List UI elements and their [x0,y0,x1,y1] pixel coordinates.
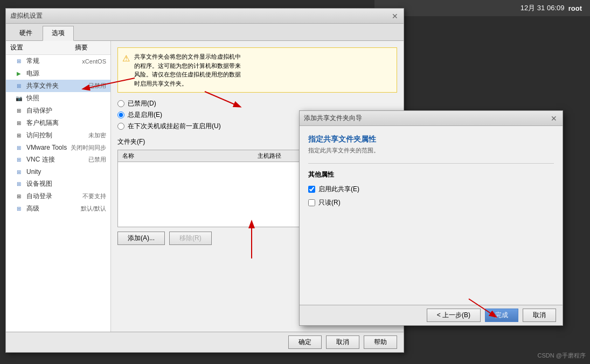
terminal-top-bar: 12月 31 06:09 root [374,0,590,16]
dialog-close-button[interactable]: ✕ [391,12,399,20]
wizard-checkbox-readonly: 只读(R) [308,198,554,207]
remove-folder-button[interactable]: 移除(R) [169,232,212,245]
radio-next-power-label: 在下次关机或挂起前一直启用(U) [128,122,221,131]
wizard-dialog: 添加共享文件夹向导 ✕ 指定共享文件夹属性 指定此共享文件夹的范围。 其他属性 … [299,110,563,326]
sidebar-item-access-control-value: 未加密 [88,131,106,139]
sidebar-item-deviceview-label: 设备视图 [26,179,52,188]
sidebar-item-vnc-label: VNC 连接 [26,155,55,164]
sidebar-item-vnc-value: 已禁用 [88,156,106,164]
wizard-divider [308,163,554,164]
sidebar-item-unity[interactable]: ⊞ Unity [6,166,110,178]
sidebar-item-unity-label: Unity [26,168,41,176]
wizard-checkbox-enable: 启用此共享(E) [308,185,554,194]
snapshot-icon: 📷 [15,94,23,103]
sidebar-item-general-value: xCentOS [82,58,106,65]
sidebar-item-vnc[interactable]: ⊞ VNC 连接 已禁用 [6,153,110,166]
checkbox-enable-input[interactable] [308,186,315,193]
sidebar-header: 设置 摘要 [6,41,110,55]
sharing-warning: ⚠ 共享文件夹会将您的文件显示给虚拟机中的程序。这可能为您的计算机和数据带来风险… [117,47,397,93]
terminal-user: root [568,4,582,12]
sidebar-item-autoprotect-label: 自动保护 [26,106,52,115]
sidebar-item-advanced[interactable]: ⊞ 高级 默认/默认 [6,202,110,215]
wizard-close-button[interactable]: ✕ [550,114,558,123]
radio-disabled-input[interactable] [117,100,124,107]
sidebar-item-vmwaretools-label: VMware Tools [26,144,67,151]
advanced-icon: ⊞ [15,205,23,213]
sidebar-item-vmwaretools-value: 关闭时间同步 [71,144,106,152]
wizard-title: 添加共享文件夹向导 [304,114,550,123]
wizard-finish-button[interactable]: 完成 [485,309,518,322]
autologin-icon: ⊞ [15,192,23,201]
add-folder-button[interactable]: 添加(A)... [117,232,165,245]
deviceview-icon: ⊞ [15,180,23,188]
sidebar-item-general-label: 常规 [26,57,39,66]
checkbox-enable-label: 启用此共享(E) [318,185,359,194]
sidebar-item-shared-folder[interactable]: ⊞ 共享文件夹 已禁用 [6,80,110,92]
wizard-titlebar: 添加共享文件夹向导 ✕ [300,111,563,126]
sidebar-item-autologin-value: 不要支持 [82,192,106,200]
sidebar-item-shared-folder-label: 共享文件夹 [26,81,59,90]
sidebar-item-general[interactable]: ⊞ 常规 xCentOS [6,55,110,67]
wizard-section-subtitle: 指定此共享文件夹的范围。 [308,146,554,155]
sidebar-item-advanced-value: 默认/默认 [81,205,106,213]
dialog-title: 虚拟机设置 [10,11,391,20]
sidebar-item-client-isolation[interactable]: ⊞ 客户机隔离 [6,117,110,129]
wizard-prev-button[interactable]: < 上一步(B) [427,309,481,322]
power-icon: ▶ [15,69,23,78]
sidebar-col-summary: 摘要 [75,43,106,52]
sidebar-item-advanced-label: 高级 [26,204,39,213]
help-button[interactable]: 帮助 [364,335,397,349]
dialog-tabs: 硬件 选项 [6,24,404,41]
tab-options[interactable]: 选项 [43,26,74,41]
warning-text: 共享文件夹会将您的文件显示给虚拟机中的程序。这可能为您的计算机和数据带来风险。请… [134,52,241,88]
radio-always-input[interactable] [117,111,124,118]
autoprotect-icon: ⊞ [15,107,23,115]
unity-icon: ⊞ [15,167,23,176]
cancel-button[interactable]: 取消 [326,335,359,349]
wizard-body: 指定共享文件夹属性 指定此共享文件夹的范围。 其他属性 启用此共享(E) 只读(… [300,126,563,220]
radio-always-label: 总是启用(E) [128,110,162,120]
sidebar-item-vmwaretools[interactable]: ⊞ VMware Tools 关闭时间同步 [6,142,110,153]
dialog-titlebar: 虚拟机设置 ✕ [6,9,404,24]
general-icon: ⊞ [15,57,23,66]
access-control-icon: ⊞ [15,131,23,140]
wizard-cancel-button[interactable]: 取消 [523,309,556,322]
sidebar-item-autologin[interactable]: ⊞ 自动登录 不要支持 [6,190,110,202]
wizard-footer: < 上一步(B) 完成 取消 [300,305,563,325]
sidebar-item-shared-folder-value: 已禁用 [88,82,106,90]
client-isolation-icon: ⊞ [15,119,23,128]
radio-disabled-label: 已禁用(D) [128,99,156,108]
tab-hardware[interactable]: 硬件 [10,26,41,40]
sidebar-item-deviceview[interactable]: ⊞ 设备视图 [6,178,110,190]
shared-folder-icon: ⊞ [15,82,23,90]
sidebar-item-client-isolation-label: 客户机隔离 [26,118,59,128]
dialog-footer: 确定 取消 帮助 [6,332,404,352]
sidebar-item-snapshot-label: 快照 [26,94,39,103]
sidebar-item-autoprotect[interactable]: ⊞ 自动保护 [6,104,110,117]
sidebar-item-autologin-label: 自动登录 [26,192,52,201]
sidebar-item-snapshot[interactable]: 📷 快照 [6,92,110,104]
ok-button[interactable]: 确定 [288,335,322,349]
vnc-icon: ⊞ [15,156,23,164]
checkbox-readonly-input[interactable] [308,199,315,206]
checkbox-readonly-label: 只读(R) [318,198,341,207]
radio-disabled: 已禁用(D) [117,99,397,108]
sidebar-item-power-label: 电源 [26,69,39,78]
radio-next-power-input[interactable] [117,123,124,130]
watermark: CSDN @手磨程序 [538,352,586,360]
sidebar-col-setting: 设置 [10,43,75,52]
wizard-other-props-label: 其他属性 [308,170,554,179]
terminal-datetime: 12月 31 06:09 [520,3,565,13]
sidebar-item-access-control[interactable]: ⊞ 访问控制 未加密 [6,129,110,142]
sidebar-item-power[interactable]: ▶ 电源 [6,67,110,80]
warning-icon: ⚠ [122,52,130,65]
sidebar-item-access-control-label: 访问控制 [26,131,52,140]
col-name-header: 名称 [122,152,258,160]
settings-sidebar: 设置 摘要 ⊞ 常规 xCentOS ▶ 电源 ⊞ 共享文件夹 已禁用 [6,41,111,332]
vmwaretools-icon: ⊞ [15,143,23,152]
wizard-section-title: 指定共享文件夹属性 [308,135,554,144]
